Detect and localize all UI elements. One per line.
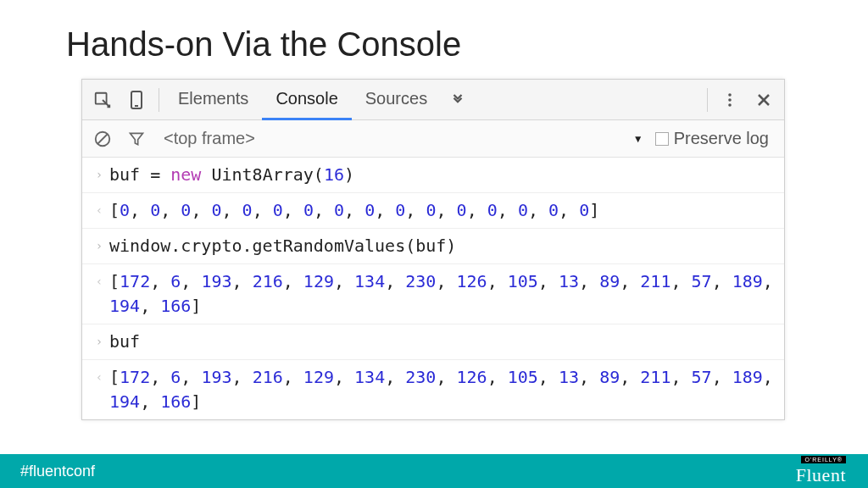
- kebab-menu-icon[interactable]: [713, 80, 747, 120]
- tab-elements[interactable]: Elements: [164, 80, 262, 120]
- checkbox-box: [655, 132, 669, 146]
- code-content: [172, 6, 193, 216, 129, 134, 230, 126, 1…: [109, 365, 776, 414]
- clear-console-icon[interactable]: [89, 125, 116, 152]
- more-tabs-icon[interactable]: [441, 80, 475, 120]
- code-content: buf: [109, 330, 776, 354]
- svg-point-5: [728, 103, 732, 107]
- device-icon[interactable]: [120, 80, 153, 120]
- fluent-word: Fluent: [796, 464, 846, 486]
- svg-line-9: [98, 134, 108, 143]
- devtools-panel: Elements Console Sources <top frame> ▼ P…: [81, 79, 785, 420]
- console-input-line: buf = new Uint8Array(16): [82, 158, 784, 192]
- code-content: [172, 6, 193, 216, 129, 134, 230, 126, 1…: [109, 269, 776, 319]
- code-content: buf = new Uint8Array(16): [109, 163, 776, 187]
- svg-point-3: [728, 93, 732, 97]
- console-output[interactable]: buf = new Uint8Array(16)[0, 0, 0, 0, 0, …: [82, 158, 784, 419]
- console-output-line: [172, 6, 193, 216, 129, 134, 230, 126, 1…: [82, 263, 784, 324]
- slide-title: Hands-on Via the Console: [0, 0, 868, 79]
- slide-footer: #fluentconf O'REILLY® Fluent: [0, 454, 868, 488]
- footer-hashtag: #fluentconf: [20, 463, 95, 480]
- prompt-in-icon: [89, 163, 109, 187]
- context-caret-icon[interactable]: ▼: [628, 133, 648, 145]
- code-content: [0, 0, 0, 0, 0, 0, 0, 0, 0, 0, 0, 0, 0, …: [109, 198, 776, 223]
- prompt-out-icon: [89, 365, 109, 414]
- prompt-in-icon: [89, 330, 109, 354]
- preserve-log-checkbox[interactable]: Preserve log: [655, 129, 777, 148]
- separator: [159, 88, 159, 112]
- svg-point-4: [728, 98, 732, 102]
- tab-sources[interactable]: Sources: [352, 80, 441, 120]
- console-filterbar: <top frame> ▼ Preserve log: [82, 120, 784, 158]
- prompt-out-icon: [89, 198, 109, 223]
- prompt-in-icon: [89, 234, 109, 258]
- console-input-line: window.crypto.getRandomValues(buf): [82, 228, 784, 263]
- prompt-out-icon: [89, 269, 109, 319]
- separator: [707, 88, 708, 112]
- tab-console[interactable]: Console: [262, 80, 351, 120]
- devtools-tabbar: Elements Console Sources: [82, 80, 784, 120]
- oreilly-label: O'REILLY®: [801, 456, 846, 463]
- console-output-line: [0, 0, 0, 0, 0, 0, 0, 0, 0, 0, 0, 0, 0, …: [82, 192, 784, 228]
- code-content: window.crypto.getRandomValues(buf): [109, 234, 776, 258]
- filter-icon[interactable]: [123, 125, 150, 152]
- console-input-line: buf: [82, 324, 784, 359]
- inspect-icon[interactable]: [86, 80, 120, 120]
- preserve-log-label: Preserve log: [674, 129, 769, 148]
- close-icon[interactable]: [747, 80, 781, 120]
- frame-context-select[interactable]: <top frame>: [157, 129, 262, 148]
- console-output-line: [172, 6, 193, 216, 129, 134, 230, 126, 1…: [82, 359, 784, 419]
- fluent-logo: O'REILLY® Fluent: [796, 456, 846, 486]
